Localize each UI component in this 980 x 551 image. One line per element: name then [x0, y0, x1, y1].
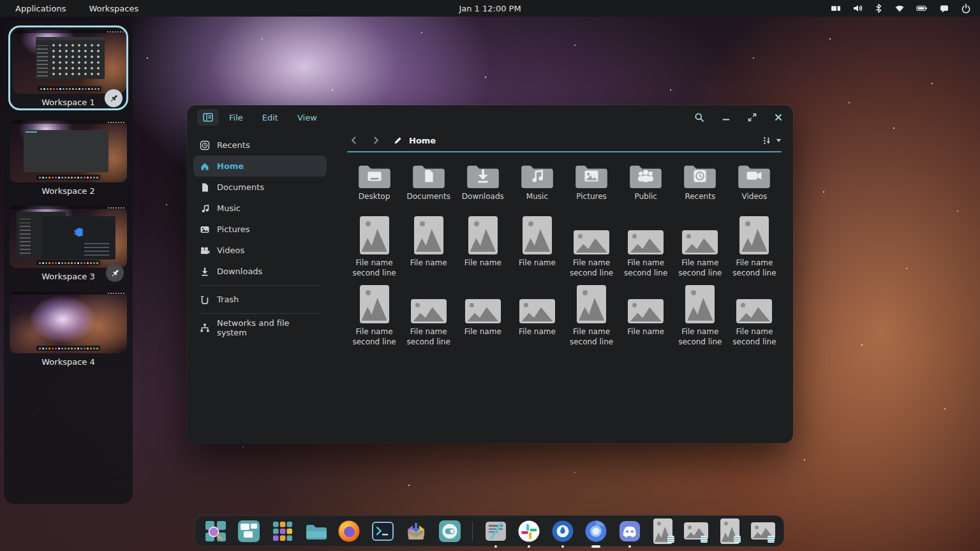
- back-button[interactable]: [350, 136, 359, 145]
- mattermost-icon: [551, 519, 575, 543]
- dock-item-chromium[interactable]: [583, 518, 608, 544]
- pin-icon[interactable]: [106, 264, 124, 282]
- file-item[interactable]: File namesecond line: [565, 283, 619, 351]
- dock-item-settings[interactable]: [437, 518, 462, 544]
- file-item[interactable]: File namesecond line: [619, 214, 673, 283]
- file-item[interactable]: File name: [456, 214, 510, 283]
- image-thumbnail-icon: [739, 216, 769, 254]
- folder-icon: [520, 163, 554, 189]
- applications-menu[interactable]: Applications: [15, 4, 66, 13]
- file-item[interactable]: File name: [619, 283, 673, 351]
- workspace-2-thumbnail[interactable]: [10, 121, 127, 182]
- search-icon[interactable]: [694, 112, 704, 122]
- folder-item-documents[interactable]: Documents: [401, 159, 456, 214]
- dock-item-app-grid[interactable]: [270, 518, 295, 544]
- dock-item-mattermost[interactable]: [550, 518, 575, 544]
- file-item[interactable]: File name: [456, 283, 510, 351]
- dock-item-image-3[interactable]: [717, 518, 742, 544]
- sidebar-item-networks[interactable]: Networks and file system: [193, 317, 327, 338]
- sidebar-item-pictures[interactable]: Pictures: [193, 219, 327, 240]
- file-item[interactable]: File name: [510, 214, 564, 283]
- sidebar-item-videos[interactable]: Videos: [193, 240, 327, 261]
- dock-item-app-search[interactable]: [203, 518, 228, 544]
- workspace-card-3[interactable]: Workspace 3: [8, 206, 129, 281]
- dock-item-discord[interactable]: [617, 518, 642, 544]
- dock-item-image-1[interactable]: [650, 518, 675, 544]
- workspace-1-thumbnail[interactable]: [13, 30, 126, 94]
- workspace-card-1[interactable]: Workspace 1: [8, 26, 128, 110]
- sidebar-item-downloads[interactable]: Downloads: [193, 261, 327, 282]
- dock-item-software-install[interactable]: [403, 518, 428, 544]
- wifi-icon[interactable]: [895, 3, 905, 13]
- keyboard-layout-icon[interactable]: [831, 3, 841, 13]
- file-menu[interactable]: File: [229, 113, 243, 122]
- image-thumbnail-icon: [465, 299, 501, 323]
- file-item[interactable]: File namesecond line: [727, 283, 782, 351]
- file-item[interactable]: File namesecond line: [347, 283, 401, 351]
- file-item[interactable]: File name: [510, 283, 564, 351]
- file-item[interactable]: File namesecond line: [401, 283, 456, 351]
- dock-item-window-tiling[interactable]: [236, 518, 261, 544]
- file-item[interactable]: File namesecond line: [727, 214, 782, 283]
- dock-item-slack[interactable]: [517, 518, 542, 544]
- workspace-card-2[interactable]: Workspace 2: [8, 121, 129, 196]
- file-item[interactable]: File namesecond line: [673, 214, 727, 283]
- forward-button[interactable]: [371, 136, 380, 145]
- dock-item-text-editor[interactable]: [483, 518, 508, 544]
- dock-item-image-2[interactable]: [684, 518, 709, 544]
- file-item[interactable]: File namesecond line: [565, 214, 619, 283]
- battery-icon[interactable]: [916, 3, 928, 13]
- image-thumbnail-icon: [685, 285, 715, 323]
- dock-item-terminal[interactable]: [370, 518, 395, 544]
- workspace-panel: Workspace 1 Workspace 2 Workspace 3: [4, 20, 133, 504]
- image-thumbnail-icon: [577, 285, 606, 323]
- folder-item-videos[interactable]: Videos: [727, 159, 782, 214]
- network-icon: [200, 323, 210, 333]
- folder-item-desktop[interactable]: Desktop: [347, 159, 401, 214]
- title-bar[interactable]: File Edit View: [187, 105, 793, 129]
- dock-item-files[interactable]: [303, 518, 328, 544]
- workspace-card-4[interactable]: Workspace 4: [8, 291, 129, 367]
- settings-icon: [438, 519, 462, 543]
- minimize-button[interactable]: [722, 113, 731, 122]
- workspace-3-thumbnail[interactable]: [10, 206, 127, 268]
- software-install-icon: [404, 519, 428, 543]
- view-menu[interactable]: View: [297, 113, 317, 122]
- system-tray: [831, 3, 971, 13]
- file-item[interactable]: File namesecond line: [347, 214, 401, 283]
- top-bar: Applications Workspaces Jan 1 12:00 PM: [0, 0, 980, 17]
- file-manager-app-icon[interactable]: [197, 109, 219, 126]
- chat-icon[interactable]: [939, 3, 949, 13]
- folder-item-pictures[interactable]: Pictures: [565, 159, 619, 214]
- workspaces-menu[interactable]: Workspaces: [89, 4, 138, 13]
- sidebar-item-music[interactable]: Music: [193, 198, 327, 219]
- sidebar-item-trash[interactable]: Trash: [193, 289, 327, 310]
- close-button[interactable]: [774, 113, 783, 122]
- dock-item-firefox[interactable]: [337, 518, 362, 544]
- workspace-4-thumbnail[interactable]: [10, 291, 127, 353]
- sort-options-button[interactable]: [762, 136, 782, 145]
- folder-item-downloads[interactable]: Downloads: [456, 159, 510, 214]
- dock-item-image-4[interactable]: [750, 518, 775, 544]
- sidebar-item-home[interactable]: Home: [193, 156, 327, 177]
- app-search-icon: [204, 519, 228, 543]
- folder-item-public[interactable]: Public: [619, 159, 673, 214]
- volume-icon[interactable]: [852, 3, 863, 13]
- bluetooth-icon[interactable]: [874, 3, 883, 13]
- file-item[interactable]: File namesecond line: [673, 283, 727, 351]
- file-item[interactable]: File name: [401, 214, 456, 283]
- pin-icon[interactable]: [105, 89, 122, 107]
- text-editor-icon: [484, 519, 508, 543]
- chevron-down-icon: [776, 138, 782, 143]
- workspace-label: Workspace 4: [8, 357, 129, 367]
- folder-item-recents[interactable]: Recents: [673, 159, 727, 214]
- edit-menu[interactable]: Edit: [262, 113, 278, 122]
- sidebar-item-documents[interactable]: Documents: [193, 177, 327, 198]
- edit-path-icon[interactable]: [393, 136, 403, 145]
- clock[interactable]: Jan 1 12:00 PM: [459, 4, 521, 13]
- maximize-button[interactable]: [748, 113, 757, 122]
- power-icon[interactable]: [961, 3, 971, 13]
- sidebar-item-recents[interactable]: Recents: [193, 135, 327, 156]
- folder-item-music[interactable]: Music: [510, 159, 564, 214]
- breadcrumb-location[interactable]: Home: [409, 136, 436, 145]
